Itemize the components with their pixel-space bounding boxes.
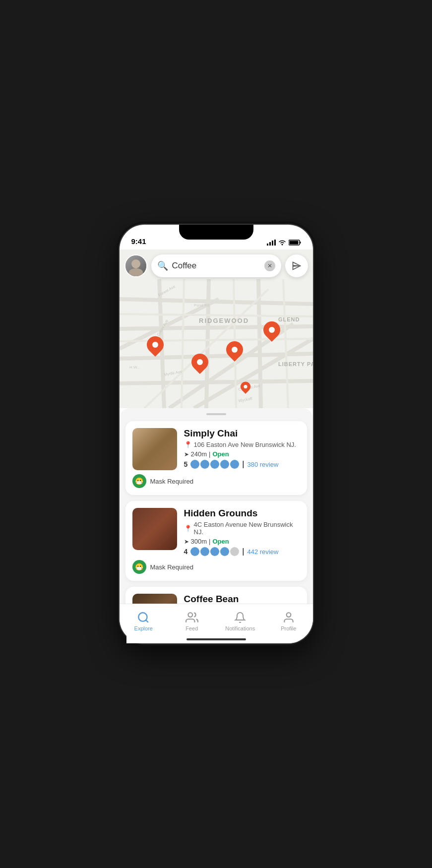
- search-bar-container: 🔍 Coffee ✕: [124, 254, 308, 277]
- svg-point-39: [188, 613, 192, 617]
- nav-item-feed[interactable]: Feed: [168, 611, 216, 631]
- svg-text:LIBERTY PARK: LIBERTY PARK: [278, 361, 313, 367]
- place-thumb-0: [132, 428, 177, 470]
- svg-rect-1: [269, 242, 271, 246]
- svg-rect-6: [300, 242, 301, 244]
- open-tag-1: Open: [212, 538, 229, 545]
- battery-icon: [289, 240, 301, 246]
- bottom-nav: Explore Feed Notificat: [120, 604, 313, 643]
- search-input-wrap[interactable]: 🔍 Coffee ✕: [151, 254, 281, 277]
- nav-label-notifications: Notifications: [225, 625, 255, 631]
- star-0-0: [190, 460, 199, 469]
- loc-icon-1: 📍: [184, 525, 192, 532]
- place-card-1[interactable]: Hidden Grounds 📍 4C Easton Avenue New Br…: [125, 501, 307, 581]
- svg-point-37: [139, 613, 147, 621]
- svg-marker-36: [293, 262, 300, 270]
- nav-item-notifications[interactable]: Notifications: [216, 611, 265, 631]
- home-indicator: [186, 638, 246, 640]
- svg-line-14: [206, 279, 209, 408]
- map-area[interactable]: RIDGEWOOD LIBERTY PARK GLEND Myrtle Ave …: [120, 249, 313, 408]
- search-icon: 🔍: [157, 260, 168, 271]
- place-name-1: Hidden Grounds: [184, 508, 300, 519]
- mask-icon-0: 😷: [132, 474, 146, 488]
- nav-item-profile[interactable]: Profile: [264, 611, 313, 631]
- feed-icon: [185, 611, 199, 624]
- map-pin-2[interactable]: [191, 354, 208, 374]
- svg-text:H W...: H W...: [129, 365, 140, 370]
- bell-icon: [234, 611, 246, 624]
- explore-icon: [137, 611, 150, 624]
- search-text: Coffee: [172, 261, 264, 271]
- dist-icon-0: ➤: [184, 451, 189, 458]
- rating-row-1: 4 | 442 review: [184, 547, 300, 556]
- mask-text-0: Mask Required: [150, 478, 193, 485]
- mask-text-1: Mask Required: [150, 563, 193, 571]
- notch: [179, 225, 253, 240]
- place-card-0[interactable]: Simply Chai 📍 106 Easton Ave New Brunswi…: [125, 421, 307, 495]
- status-icons: [267, 240, 301, 246]
- star-1-0: [190, 547, 199, 556]
- map-pin-3[interactable]: [226, 341, 243, 362]
- star-1-3: [220, 547, 229, 556]
- place-name-0: Simply Chai: [184, 428, 300, 439]
- wifi-icon: [278, 240, 286, 246]
- nav-label-explore: Explore: [134, 625, 153, 631]
- place-distance-1: ➤ 300m | Open: [184, 538, 300, 545]
- rating-row-0: 5 | 380 review: [184, 460, 300, 469]
- phone-screen: 9:41: [120, 225, 313, 643]
- svg-rect-7: [289, 241, 298, 245]
- map-pin-5[interactable]: [240, 381, 250, 394]
- star-1-1: [200, 547, 209, 556]
- map-pin-1[interactable]: [147, 336, 164, 357]
- sheet-handle: [206, 413, 226, 415]
- nav-label-feed: Feed: [185, 625, 198, 631]
- place-address-1: 📍 4C Easton Avenue New Brunswick NJ.: [184, 521, 300, 536]
- nav-item-explore[interactable]: Explore: [120, 611, 168, 631]
- avatar[interactable]: [124, 254, 147, 277]
- profile-icon: [282, 611, 295, 624]
- place-distance-0: ➤ 240m | Open: [184, 450, 300, 458]
- location-button[interactable]: [285, 254, 308, 277]
- signal-icon: [267, 240, 276, 246]
- star-0-2: [210, 460, 219, 469]
- svg-point-4: [281, 244, 283, 246]
- star-0-4: [230, 460, 239, 469]
- svg-rect-2: [272, 241, 273, 246]
- review-link-0[interactable]: 380 review: [247, 461, 278, 468]
- star-0-3: [220, 460, 229, 469]
- place-name-2: Coffee Bean: [184, 594, 300, 605]
- stars-0: [190, 460, 239, 469]
- card-info-0: Simply Chai 📍 106 Easton Ave New Brunswi…: [184, 428, 300, 470]
- mask-row-1: 😷 Mask Required: [132, 560, 300, 574]
- svg-text:Pond Rd: Pond Rd: [194, 303, 209, 308]
- star-1-4: [230, 547, 239, 556]
- svg-text:GLEND: GLEND: [278, 316, 300, 322]
- svg-line-12: [120, 381, 313, 383]
- phone-frame: 9:41: [120, 225, 313, 643]
- svg-rect-3: [274, 240, 276, 246]
- svg-point-40: [286, 613, 291, 617]
- place-thumb-1: [132, 508, 177, 550]
- star-0-1: [200, 460, 209, 469]
- dist-icon-1: ➤: [184, 538, 189, 545]
- mask-row-0: 😷 Mask Required: [132, 474, 300, 488]
- svg-rect-0: [267, 244, 268, 246]
- nav-label-profile: Profile: [281, 625, 296, 631]
- review-link-1[interactable]: 442 review: [247, 548, 278, 556]
- clear-button[interactable]: ✕: [264, 260, 275, 271]
- stars-1: [190, 547, 239, 556]
- status-time: 9:41: [131, 237, 146, 246]
- svg-line-38: [146, 620, 148, 622]
- loc-icon-0: 📍: [184, 441, 192, 448]
- map-pin-4[interactable]: [263, 321, 280, 342]
- place-address-0: 📍 106 Easton Ave New Brunswick NJ.: [184, 441, 300, 448]
- star-1-2: [210, 547, 219, 556]
- mask-icon-1: 😷: [132, 560, 146, 574]
- open-tag-0: Open: [212, 450, 229, 458]
- card-info-1: Hidden Grounds 📍 4C Easton Avenue New Br…: [184, 508, 300, 556]
- svg-text:RIDGEWOOD: RIDGEWOOD: [199, 317, 249, 324]
